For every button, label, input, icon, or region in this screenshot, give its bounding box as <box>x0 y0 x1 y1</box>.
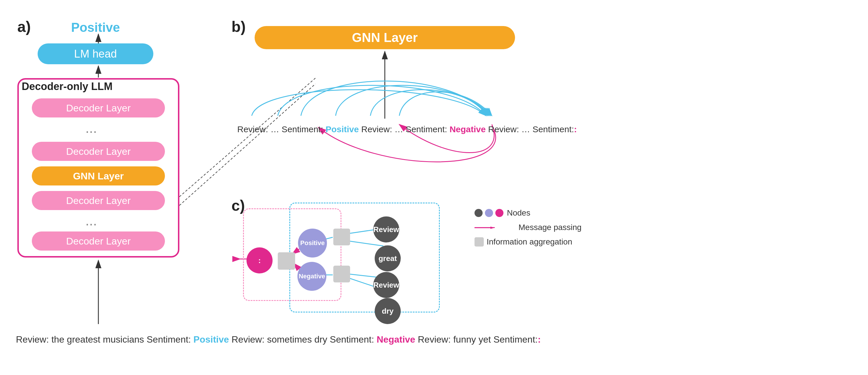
bottom-text-plain2: Review: sometimes dry Sentiment: <box>229 334 376 345</box>
legend-dot-pink <box>495 209 503 217</box>
bottom-text-a: Review: the greatest musicians Sentiment… <box>16 334 541 345</box>
legend-nodes-label: Nodes <box>507 208 530 218</box>
sentiment-node: : <box>247 247 273 274</box>
legend: Nodes Message passing Information aggreg… <box>474 208 582 252</box>
lm-head-box: LM head <box>38 43 153 64</box>
legend-dot-dark <box>474 209 483 217</box>
decoder-layer-1: Decoder Layer <box>32 98 165 118</box>
legend-dot-purple <box>485 209 493 217</box>
section-b-label: b) <box>231 18 246 35</box>
negative-node: Negative <box>298 262 327 291</box>
positive-output-label: Positive <box>52 20 139 35</box>
positive-node: Positive <box>298 228 327 257</box>
section-a-label: a) <box>18 18 31 35</box>
svg-line-9 <box>179 84 315 206</box>
diagram-container: a) Positive LM head Decoder-only LLM Dec… <box>0 0 868 375</box>
aggregator-square-bottom <box>333 265 350 282</box>
review-node-1: Review <box>373 216 399 243</box>
bottom-text-plain3: Review: funny yet Sentiment: <box>415 334 537 345</box>
decoder-layer-4: Decoder Layer <box>32 231 165 251</box>
sequence-text-b: Review: … Sentiment: Positive Review: … … <box>237 124 577 134</box>
dots-1: ... <box>85 120 97 136</box>
legend-message-label: Message passing <box>519 223 582 232</box>
gnn-layer-inner: GNN Layer <box>32 166 165 185</box>
legend-square-icon <box>474 237 484 247</box>
legend-message-passing: Message passing <box>474 223 582 232</box>
bottom-text-neg: Negative <box>377 334 415 345</box>
dry-node: dry <box>375 298 401 324</box>
section-c-label: c) <box>231 197 245 214</box>
svg-line-8 <box>179 78 315 197</box>
bottom-text-colon: : <box>537 334 541 345</box>
bottom-text-pos: Positive <box>193 334 229 345</box>
legend-aggregation-label: Information aggregation <box>487 237 572 247</box>
legend-info-aggregation: Information aggregation <box>474 237 582 247</box>
blue-dashed-box <box>289 202 440 313</box>
great-node: great <box>375 245 401 272</box>
lm-head-label: LM head <box>74 48 117 60</box>
svg-marker-21 <box>490 226 495 229</box>
legend-nodes: Nodes <box>474 208 582 218</box>
decoder-layer-3: Decoder Layer <box>32 191 165 210</box>
decoder-llm-label: Decoder-only LLM <box>22 81 113 93</box>
review-node-2: Review <box>373 272 399 298</box>
aggregator-square-left <box>278 252 295 270</box>
aggregator-square-top <box>333 228 350 245</box>
decoder-layer-2: Decoder Layer <box>32 142 165 161</box>
dots-2: ... <box>85 213 97 228</box>
bottom-text-plain1: Review: the greatest musicians Sentiment… <box>16 334 193 345</box>
gnn-layer-wide: GNN Layer <box>255 26 515 49</box>
